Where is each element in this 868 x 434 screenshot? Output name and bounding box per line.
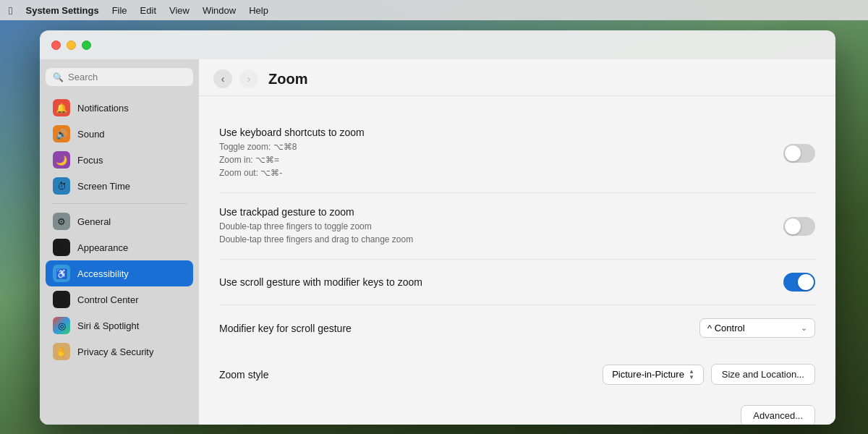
- sidebar-item-sound[interactable]: 🔊Sound: [46, 121, 193, 147]
- main-panel: ‹ › Zoom Use keyboard shortcuts to zoomT…: [199, 59, 835, 425]
- toggle-knob-trackpad-gesture: [785, 218, 801, 234]
- setting-row-scroll-gesture: Use scroll gesture with modifier keys to…: [219, 260, 815, 305]
- forward-button[interactable]: ›: [239, 69, 258, 88]
- system-settings-window: 🔍 🔔Notifications🔊Sound🌙Focus⏱Screen Time…: [40, 30, 835, 425]
- chevron-down-icon-modifier-key: ⌄: [801, 323, 807, 333]
- setting-row-keyboard-shortcuts: Use keyboard shortcuts to zoomToggle zoo…: [219, 114, 815, 193]
- setting-row-modifier-key: Modifier key for scroll gesture^ Control…: [219, 305, 815, 351]
- toggle-knob-scroll-gesture: [798, 274, 814, 290]
- dropdown-label-modifier-key: ^ Control: [707, 323, 745, 333]
- focus-icon: 🌙: [53, 151, 70, 169]
- toggle-keyboard-shortcuts[interactable]: [783, 144, 815, 163]
- sidebar-item-label-siri-spotlight: Siri & Spotlight: [77, 320, 139, 331]
- advanced-button[interactable]: Advanced...: [741, 405, 815, 425]
- sidebar-item-label-privacy-security: Privacy & Security: [77, 346, 153, 357]
- control-center-icon: ▦: [53, 291, 70, 308]
- menu-window[interactable]: Window: [203, 5, 236, 16]
- sidebar-items-container: 🔔Notifications🔊Sound🌙Focus⏱Screen Time⚙G…: [46, 95, 193, 365]
- sidebar-item-appearance[interactable]: ◉Appearance: [46, 234, 193, 260]
- traffic-lights: [51, 41, 91, 50]
- setting-desc-trackpad-gesture: Double-tap three fingers to toggle zoom …: [219, 220, 783, 246]
- sidebar-item-label-focus: Focus: [77, 155, 103, 166]
- minimize-button[interactable]: [67, 41, 76, 50]
- window-body: 🔍 🔔Notifications🔊Sound🌙Focus⏱Screen Time…: [40, 59, 835, 425]
- sidebar-item-label-notifications: Notifications: [77, 103, 129, 114]
- dropdown-modifier-key[interactable]: ^ Control⌄: [699, 318, 815, 338]
- notifications-icon: 🔔: [53, 99, 70, 116]
- apple-menu-icon[interactable]: : [9, 4, 12, 17]
- sidebar-item-label-control-center: Control Center: [77, 294, 139, 305]
- privacy-security-icon: ✋: [53, 343, 70, 360]
- menu-help[interactable]: Help: [249, 5, 268, 16]
- setting-title-trackpad-gesture: Use trackpad gesture to zoom: [219, 206, 783, 218]
- search-input[interactable]: [68, 72, 186, 82]
- sidebar-item-accessibility[interactable]: ♿Accessibility: [46, 260, 193, 286]
- toggle-scroll-gesture[interactable]: [783, 273, 815, 292]
- panel-content: Use keyboard shortcuts to zoomToggle zoo…: [199, 96, 835, 425]
- stepper-arrows-icon: ▲ ▼: [689, 369, 694, 380]
- zoom-style-controls: Picture-in-Picture ▲ ▼ Size and Location…: [603, 364, 815, 385]
- back-button[interactable]: ‹: [213, 69, 232, 88]
- sidebar: 🔍 🔔Notifications🔊Sound🌙Focus⏱Screen Time…: [40, 59, 199, 425]
- zoom-style-stepper[interactable]: Picture-in-Picture ▲ ▼: [603, 365, 704, 385]
- zoom-style-value: Picture-in-Picture: [612, 369, 684, 380]
- page-title: Zoom: [268, 71, 307, 88]
- search-box[interactable]: 🔍: [46, 68, 193, 86]
- sidebar-divider: [51, 203, 187, 204]
- app-name: System Settings: [25, 5, 98, 16]
- zoom-style-label: Zoom style: [219, 369, 268, 380]
- siri-spotlight-icon: ◎: [53, 317, 70, 334]
- menubar:  System Settings File Edit View Window …: [0, 0, 868, 20]
- setting-left-trackpad-gesture: Use trackpad gesture to zoomDouble-tap t…: [219, 206, 783, 246]
- sidebar-item-siri-spotlight[interactable]: ◎Siri & Spotlight: [46, 312, 193, 339]
- menu-file[interactable]: File: [112, 5, 127, 16]
- setting-title-modifier-key: Modifier key for scroll gesture: [219, 323, 699, 334]
- setting-left-scroll-gesture: Use scroll gesture with modifier keys to…: [219, 276, 783, 288]
- sidebar-item-label-sound: Sound: [77, 129, 105, 140]
- sidebar-item-general[interactable]: ⚙General: [46, 208, 193, 234]
- maximize-button[interactable]: [82, 41, 91, 50]
- accessibility-icon: ♿: [53, 265, 70, 282]
- sidebar-item-control-center[interactable]: ▦Control Center: [46, 286, 193, 312]
- general-icon: ⚙: [53, 213, 70, 230]
- sidebar-item-label-accessibility: Accessibility: [77, 268, 129, 279]
- toggle-knob-keyboard-shortcuts: [785, 145, 801, 161]
- sidebar-item-notifications[interactable]: 🔔Notifications: [46, 95, 193, 121]
- search-icon: 🔍: [53, 72, 64, 82]
- screen-time-icon: ⏱: [53, 177, 70, 195]
- setting-rows-container: Use keyboard shortcuts to zoomToggle zoo…: [219, 114, 815, 351]
- zoom-style-row: Zoom style Picture-in-Picture ▲ ▼ Size a…: [219, 351, 815, 398]
- sidebar-item-privacy-security[interactable]: ✋Privacy & Security: [46, 339, 193, 365]
- toggle-trackpad-gesture[interactable]: [783, 217, 815, 236]
- setting-title-keyboard-shortcuts: Use keyboard shortcuts to zoom: [219, 127, 783, 138]
- size-location-button[interactable]: Size and Location...: [711, 364, 815, 385]
- advanced-row: Advanced...: [219, 398, 815, 425]
- panel-header: ‹ › Zoom: [199, 59, 835, 96]
- menu-edit[interactable]: Edit: [140, 5, 156, 16]
- sidebar-item-label-general: General: [77, 216, 111, 227]
- menu-view[interactable]: View: [169, 5, 190, 16]
- setting-row-trackpad-gesture: Use trackpad gesture to zoomDouble-tap t…: [219, 193, 815, 260]
- sidebar-item-focus[interactable]: 🌙Focus: [46, 147, 193, 173]
- sidebar-item-label-screen-time: Screen Time: [77, 181, 130, 192]
- setting-desc-keyboard-shortcuts: Toggle zoom: ⌥⌘8 Zoom in: ⌥⌘= Zoom out: …: [219, 140, 783, 179]
- sidebar-item-label-appearance: Appearance: [77, 242, 128, 253]
- close-button[interactable]: [51, 41, 61, 50]
- sound-icon: 🔊: [53, 125, 70, 142]
- appearance-icon: ◉: [53, 239, 70, 256]
- sidebar-item-screen-time[interactable]: ⏱Screen Time: [46, 173, 193, 199]
- setting-title-scroll-gesture: Use scroll gesture with modifier keys to…: [219, 276, 783, 288]
- setting-left-keyboard-shortcuts: Use keyboard shortcuts to zoomToggle zoo…: [219, 127, 783, 179]
- setting-left-modifier-key: Modifier key for scroll gesture: [219, 323, 699, 334]
